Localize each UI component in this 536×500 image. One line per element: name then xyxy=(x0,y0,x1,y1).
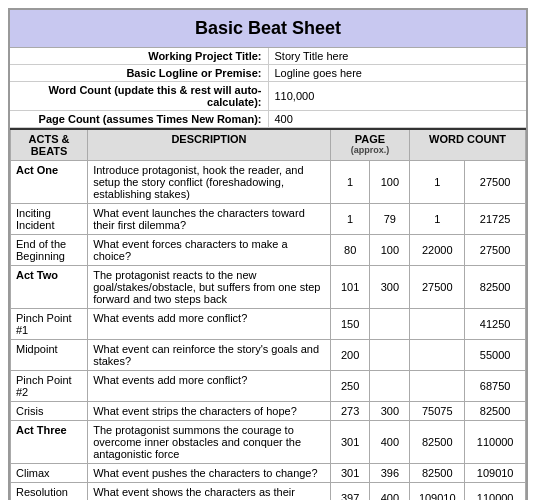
page1-cell: 250 xyxy=(330,371,370,402)
pagecount-value[interactable]: 400 xyxy=(268,111,526,128)
wc1-cell: 1 xyxy=(410,161,465,204)
wc1-cell xyxy=(410,309,465,340)
page1-cell: 301 xyxy=(330,421,370,464)
page2-cell: 400 xyxy=(370,421,410,464)
beats-table: ACTS & BEATS DESCRIPTION PAGE (approx.) … xyxy=(10,128,526,500)
header-acts: ACTS & BEATS xyxy=(11,129,88,161)
pagecount-row: Page Count (assumes Times New Roman): 40… xyxy=(10,111,526,128)
wc1-cell xyxy=(410,371,465,402)
wc2-cell: 110000 xyxy=(465,421,526,464)
page1-cell: 1 xyxy=(330,204,370,235)
page1-cell: 1 xyxy=(330,161,370,204)
page2-cell: 100 xyxy=(370,161,410,204)
description-cell: What event forces characters to make a c… xyxy=(88,235,331,266)
description-cell: What event strips the characters of hope… xyxy=(88,402,331,421)
wc2-cell: 27500 xyxy=(465,161,526,204)
wc2-cell: 55000 xyxy=(465,340,526,371)
wc2-cell: 109010 xyxy=(465,464,526,483)
table-row: Act TwoThe protagonist reacts to the new… xyxy=(11,266,526,309)
header-page: PAGE (approx.) xyxy=(330,129,409,161)
act-beat-cell: Pinch Point #2 xyxy=(11,371,88,402)
act-beat-cell: Crisis xyxy=(11,402,88,421)
wc1-cell: 109010 xyxy=(410,483,465,501)
wc1-cell xyxy=(410,340,465,371)
table-row: Act OneIntroduce protagonist, hook the r… xyxy=(11,161,526,204)
page-label: PAGE xyxy=(336,133,404,145)
description-cell: What event pushes the characters to chan… xyxy=(88,464,331,483)
logline-label: Basic Logline or Premise: xyxy=(10,65,268,82)
page1-cell: 200 xyxy=(330,340,370,371)
description-cell: What event can reinforce the story's goa… xyxy=(88,340,331,371)
act-beat-cell: Act Three xyxy=(11,421,88,464)
wordcount-label: Word Count (update this & rest will auto… xyxy=(10,82,268,111)
page1-cell: 150 xyxy=(330,309,370,340)
page1-cell: 101 xyxy=(330,266,370,309)
page1-cell: 273 xyxy=(330,402,370,421)
wc1-cell: 75075 xyxy=(410,402,465,421)
page2-cell xyxy=(370,371,410,402)
table-header-row: ACTS & BEATS DESCRIPTION PAGE (approx.) … xyxy=(11,129,526,161)
wc2-cell: 68750 xyxy=(465,371,526,402)
page-sub-label: (approx.) xyxy=(336,145,404,155)
act-beat-cell: Act Two xyxy=(11,266,88,309)
act-beat-cell: Act One xyxy=(11,161,88,204)
act-beat-cell: End of the Beginning xyxy=(11,235,88,266)
description-cell: The protagonist reacts to the new goal/s… xyxy=(88,266,331,309)
wc2-cell: 82500 xyxy=(465,402,526,421)
description-cell: The protagonist summons the courage to o… xyxy=(88,421,331,464)
table-row: CrisisWhat event strips the characters o… xyxy=(11,402,526,421)
wc1-cell: 82500 xyxy=(410,421,465,464)
page1-cell: 301 xyxy=(330,464,370,483)
header-wordcount: WORD COUNT xyxy=(410,129,526,161)
logline-row: Basic Logline or Premise: Logline goes h… xyxy=(10,65,526,82)
act-beat-cell: Inciting Incident xyxy=(11,204,88,235)
page2-cell xyxy=(370,340,410,371)
act-beat-cell: Midpoint xyxy=(11,340,88,371)
page2-cell xyxy=(370,309,410,340)
act-beat-cell: Climax xyxy=(11,464,88,483)
description-cell: What events add more conflict? xyxy=(88,309,331,340)
table-row: MidpointWhat event can reinforce the sto… xyxy=(11,340,526,371)
info-table: Working Project Title: Story Title here … xyxy=(10,48,526,128)
pagecount-label: Page Count (assumes Times New Roman): xyxy=(10,111,268,128)
description-cell: What event launches the characters towar… xyxy=(88,204,331,235)
table-row: ResolutionWhat event shows the character… xyxy=(11,483,526,501)
wc1-cell: 1 xyxy=(410,204,465,235)
wc2-cell: 41250 xyxy=(465,309,526,340)
table-row: End of the BeginningWhat event forces ch… xyxy=(11,235,526,266)
act-beat-cell: Pinch Point #1 xyxy=(11,309,88,340)
table-row: ClimaxWhat event pushes the characters t… xyxy=(11,464,526,483)
project-label: Working Project Title: xyxy=(10,48,268,65)
wc2-cell: 27500 xyxy=(465,235,526,266)
main-container: Basic Beat Sheet Working Project Title: … xyxy=(8,8,528,500)
page2-cell: 79 xyxy=(370,204,410,235)
wc1-cell: 22000 xyxy=(410,235,465,266)
page2-cell: 100 xyxy=(370,235,410,266)
wc1-cell: 82500 xyxy=(410,464,465,483)
description-cell: What event shows the characters as their… xyxy=(88,483,331,501)
table-row: Pinch Point #2What events add more confl… xyxy=(11,371,526,402)
description-cell: What events add more conflict? xyxy=(88,371,331,402)
wordcount-row: Word Count (update this & rest will auto… xyxy=(10,82,526,111)
project-value[interactable]: Story Title here xyxy=(268,48,526,65)
page2-cell: 300 xyxy=(370,266,410,309)
act-beat-cell: Resolution xyxy=(11,483,88,501)
project-row: Working Project Title: Story Title here xyxy=(10,48,526,65)
description-cell: Introduce protagonist, hook the reader, … xyxy=(88,161,331,204)
table-row: Pinch Point #1What events add more confl… xyxy=(11,309,526,340)
wordcount-value[interactable]: 110,000 xyxy=(268,82,526,111)
page1-cell: 397 xyxy=(330,483,370,501)
header-description: DESCRIPTION xyxy=(88,129,331,161)
page2-cell: 400 xyxy=(370,483,410,501)
table-row: Inciting IncidentWhat event launches the… xyxy=(11,204,526,235)
wc2-cell: 21725 xyxy=(465,204,526,235)
page2-cell: 396 xyxy=(370,464,410,483)
page1-cell: 80 xyxy=(330,235,370,266)
wc2-cell: 110000 xyxy=(465,483,526,501)
wc2-cell: 82500 xyxy=(465,266,526,309)
wc1-cell: 27500 xyxy=(410,266,465,309)
page2-cell: 300 xyxy=(370,402,410,421)
logline-value[interactable]: Logline goes here xyxy=(268,65,526,82)
main-title: Basic Beat Sheet xyxy=(10,10,526,48)
table-row: Act ThreeThe protagonist summons the cou… xyxy=(11,421,526,464)
